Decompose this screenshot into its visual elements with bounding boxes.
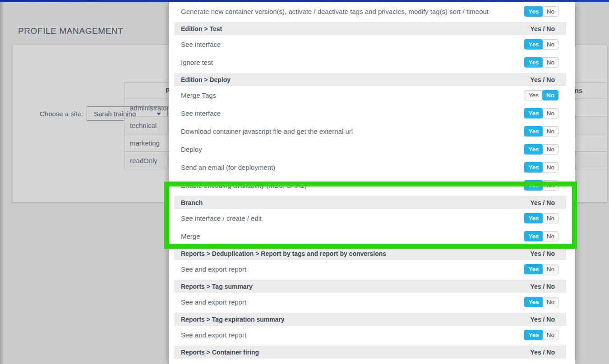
yes-no-toggle: Yes No [524, 180, 558, 191]
permission-row: Merge Tags Yes No [174, 86, 566, 104]
permission-row: See interface / create / edit Yes No [174, 209, 566, 227]
yes-no-toggle: Yes No [524, 144, 558, 155]
permission-row: See interface Yes No [174, 104, 566, 122]
yes-no-toggle: Yes No [524, 213, 558, 223]
toggle-yes-button[interactable]: Yes [524, 330, 542, 340]
toggle-no-button[interactable]: No [543, 330, 558, 340]
yes-no-column-label: Yes / No [531, 349, 555, 356]
toggle-yes-button[interactable]: Yes [524, 264, 542, 274]
permission-row: Merge Yes No [174, 227, 566, 245]
permission-label: Send an email (for deployment) [181, 164, 275, 171]
toggle-no-button[interactable]: No [543, 180, 558, 191]
permission-label: Download container javascript file and g… [181, 127, 353, 135]
permission-section-header: Edition > Deploy Yes / No [174, 73, 566, 86]
toggle-yes-button[interactable]: Yes [524, 213, 542, 223]
permission-row: Enable encoding availability (MD5, SHA1)… [174, 176, 566, 194]
yes-no-toggle: Yes No [525, 90, 558, 100]
yes-no-column-label: Yes / No [531, 316, 555, 323]
permission-section-header: Reports > Deduplication > Report by tags… [174, 247, 566, 260]
toggle-no-button[interactable]: No [543, 57, 558, 68]
toggle-yes-button[interactable]: Yes [524, 6, 542, 17]
toggle-yes-button[interactable]: Yes [524, 231, 542, 241]
permission-row: See and export report Yes No [174, 293, 566, 311]
permission-row: Generate new container version(s), activ… [174, 2, 566, 20]
yes-no-column-label: Yes / No [531, 25, 555, 32]
toggle-yes-button[interactable]: Yes [524, 57, 542, 68]
toggle-no-button[interactable]: No [543, 39, 558, 50]
permissions-modal: Generate new container version(s), activ… [169, 2, 575, 364]
permission-row: Send an email (for deployment) Yes No [174, 158, 566, 176]
permission-row: Download container javascript file and g… [174, 122, 566, 140]
toggle-no-button[interactable]: No [543, 264, 558, 274]
permission-label: Deploy [181, 146, 202, 153]
permission-section-header: Reports > Container firing Yes / No [174, 346, 566, 359]
toggle-no-button[interactable]: No [543, 144, 558, 155]
yes-no-toggle: Yes No [524, 108, 558, 118]
toggle-yes-button[interactable]: Yes [525, 90, 542, 100]
toggle-yes-button[interactable]: Yes [524, 144, 542, 155]
permission-label: Ignore test [181, 59, 213, 66]
permission-label: See and export report [181, 265, 246, 273]
permission-label: Enable encoding availability (MD5, SHA1) [181, 182, 306, 189]
permission-label: See interface [181, 41, 221, 48]
permission-section-header: Reports > Tag summary Yes / No [174, 280, 566, 293]
permission-label: See and export report [181, 331, 246, 339]
section-title: Reports > Container firing [181, 349, 259, 356]
yes-no-column-label: Yes / No [531, 199, 555, 206]
permission-section-header: Reports > Tag expiration summary Yes / N… [174, 313, 566, 326]
permission-label: Generate new container version(s), activ… [181, 8, 489, 15]
permission-label: See interface / create / edit [181, 214, 262, 222]
section-title: Reports > Tag summary [181, 283, 253, 290]
permission-label: See interface [181, 109, 221, 117]
page-left-shadow [0, 0, 4, 364]
toggle-no-button[interactable]: No [543, 297, 558, 307]
permission-row: Ignore test Yes No [174, 53, 566, 71]
yes-no-column-label: Yes / No [531, 76, 555, 83]
yes-no-toggle: Yes No [524, 330, 558, 340]
yes-no-toggle: Yes No [524, 264, 558, 274]
yes-no-column-label: Yes / No [531, 283, 555, 290]
permission-section-header: Branch Yes / No [174, 196, 566, 209]
permission-row: See interface Yes No [174, 35, 566, 53]
yes-no-toggle: Yes No [524, 297, 558, 307]
toggle-yes-button[interactable]: Yes [524, 126, 542, 136]
toggle-no-button[interactable]: No [543, 213, 558, 223]
yes-no-toggle: Yes No [524, 231, 558, 241]
yes-no-toggle: Yes No [524, 57, 558, 68]
toggle-yes-button[interactable]: Yes [524, 297, 542, 307]
permission-section-header: Edition > Test Yes / No [174, 22, 566, 35]
yes-no-toggle: Yes No [524, 126, 558, 136]
toggle-yes-button[interactable]: Yes [524, 180, 542, 191]
toggle-yes-button[interactable]: Yes [524, 39, 542, 50]
toggle-no-button[interactable]: No [542, 90, 558, 100]
toggle-no-button[interactable]: No [543, 162, 558, 173]
permission-row: See and export report Yes No [174, 260, 566, 278]
screen: PROFILE MANAGEMENT Choose a site: Sarah … [0, 0, 609, 364]
section-title: Reports > Deduplication > Report by tags… [181, 250, 386, 257]
section-title: Edition > Deploy [181, 76, 231, 83]
yes-no-toggle: Yes No [524, 162, 558, 173]
permissions-list: Generate new container version(s), activ… [169, 2, 575, 359]
section-title: Branch [181, 199, 203, 206]
section-title: Edition > Test [181, 25, 222, 32]
toggle-yes-button[interactable]: Yes [524, 162, 542, 173]
permission-row: Deploy Yes No [174, 140, 566, 158]
section-title: Reports > Tag expiration summary [181, 316, 285, 323]
toggle-no-button[interactable]: No [543, 108, 558, 118]
permission-label: Merge [181, 232, 200, 240]
yes-no-toggle: Yes No [524, 39, 558, 50]
toggle-no-button[interactable]: No [543, 231, 558, 241]
permission-label: Merge Tags [181, 91, 216, 99]
toggle-no-button[interactable]: No [543, 126, 558, 136]
toggle-no-button[interactable]: No [543, 6, 558, 17]
yes-no-toggle: Yes No [524, 6, 558, 17]
yes-no-column-label: Yes / No [531, 250, 555, 257]
toggle-yes-button[interactable]: Yes [524, 108, 542, 118]
permission-label: See and export report [181, 298, 246, 306]
permission-row: See and export report Yes No [174, 326, 566, 344]
